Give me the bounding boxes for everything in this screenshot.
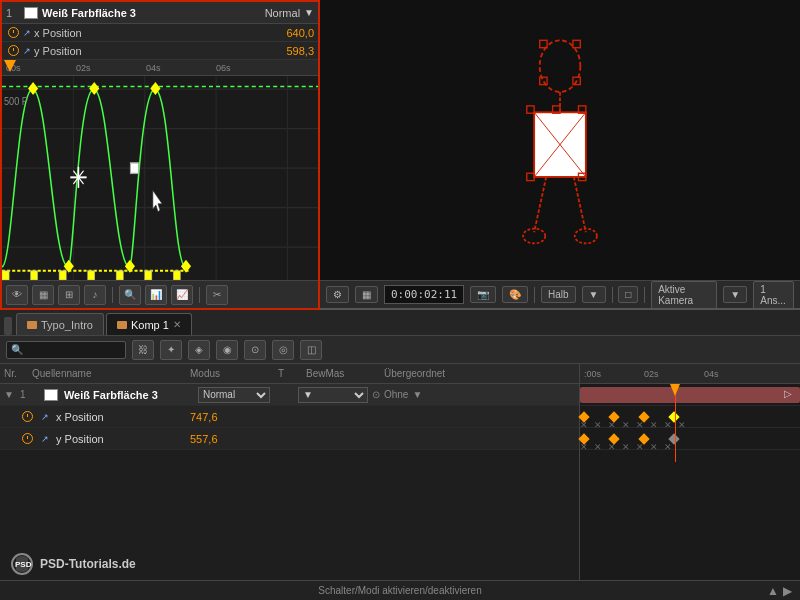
top-section: 1 Weiß Farbfläche 3 Normal ▼ ↗ x Positio… <box>0 0 800 310</box>
layer-name: Weiß Farbfläche 3 <box>42 7 265 19</box>
x-position-value[interactable]: 640,0 <box>274 27 314 39</box>
preview-canvas[interactable] <box>320 0 800 280</box>
logo-text: PSD-Tutorials.de <box>40 557 136 571</box>
uber-label[interactable]: Ohne <box>384 389 408 400</box>
x-position-label: x Position <box>34 27 274 39</box>
logo-area: PSD PSD-Tutorials.de <box>8 552 136 576</box>
layer-list-header: Nr. Quellenname Modus T BewMas Übergeord… <box>0 364 579 384</box>
timeline-render-btn[interactable]: ⊙ <box>244 340 266 360</box>
svg-rect-17 <box>130 163 138 174</box>
time-display[interactable]: 0:00:02:11 <box>384 285 464 304</box>
clipboard-button[interactable]: ▦ <box>32 285 54 305</box>
tl-bewmas-select[interactable]: ▼ <box>298 387 368 403</box>
search-box[interactable]: 🔍 <box>6 341 126 359</box>
expand-icon[interactable]: ▼ <box>4 389 14 400</box>
col-source-label: Quellenname <box>32 368 182 379</box>
audio-button[interactable]: ♪ <box>84 285 106 305</box>
layer-color-swatch <box>24 7 38 19</box>
xmark-y7: ✕ <box>664 442 672 452</box>
timeline-object-btn[interactable]: ◉ <box>216 340 238 360</box>
chart-button[interactable]: 📊 <box>145 285 167 305</box>
layer-dropdown-icon[interactable]: ▼ <box>304 7 314 18</box>
ruler-02s: 02s <box>76 63 91 73</box>
y-position-label: y Position <box>34 45 274 57</box>
graph-canvas[interactable]: 500 P <box>2 76 318 280</box>
tab-close-komp[interactable]: ✕ <box>173 319 181 330</box>
link-icon-layer: ⊙ <box>372 389 380 400</box>
col-mode-label: Modus <box>190 368 270 379</box>
tab-icon-komp <box>117 321 127 329</box>
separator3 <box>644 287 645 303</box>
resolution-select[interactable]: 1 Ans... <box>753 281 794 309</box>
bottom-bar: Schalter/Modi aktivieren/deaktivieren ▲ … <box>0 580 800 600</box>
layer-track-bar <box>580 387 800 403</box>
playhead <box>675 384 676 462</box>
uber-dropdown[interactable]: ▼ <box>412 389 422 400</box>
tl-ypos-name: y Position <box>56 433 186 445</box>
view-options-btn[interactable]: □ <box>618 286 638 303</box>
link-icon-y: ↗ <box>23 46 31 56</box>
timeline-layer-ypos: ↗ y Position 557,6 <box>0 428 579 450</box>
timeline-motion-btn[interactable]: ◫ <box>300 340 322 360</box>
timeline-link-btn[interactable]: ⛓ <box>132 340 154 360</box>
timeline-tracks[interactable]: :00s 02s 04s ✕ <box>580 364 800 580</box>
timeline-star-btn[interactable]: ✦ <box>160 340 182 360</box>
separator <box>534 287 535 303</box>
ruler-04s: 04s <box>146 63 161 73</box>
color-btn[interactable]: 🎨 <box>502 286 528 303</box>
tabs-left-icon <box>4 317 12 335</box>
zoom-button[interactable]: 🔍 <box>119 285 141 305</box>
camera-icon-btn[interactable]: 📷 <box>470 286 496 303</box>
cursor-position: ▷ <box>784 388 792 399</box>
xmark-y3: ✕ <box>608 442 616 452</box>
separator-1 <box>112 287 113 303</box>
separator-2 <box>199 287 200 303</box>
quality-dropdown[interactable]: ▼ <box>582 286 606 303</box>
track-row-ypos: ✕ ✕ ✕ ✕ ✕ ✕ ✕ <box>580 428 800 450</box>
camera-select[interactable]: Aktive Kamera <box>651 281 717 309</box>
grid-button[interactable]: ⊞ <box>58 285 80 305</box>
eye-button[interactable]: 👁 <box>6 285 28 305</box>
tl-xpos-value[interactable]: 747,6 <box>190 411 240 423</box>
scissors-button[interactable]: ✂ <box>206 285 228 305</box>
scroll-right-icon[interactable]: ▶ <box>783 584 792 598</box>
stopwatch-icon-x[interactable] <box>6 26 20 40</box>
timeline-main: Nr. Quellenname Modus T BewMas Übergeord… <box>0 364 800 580</box>
tl-layer-num: 1 <box>20 389 40 400</box>
stopwatch-xpos[interactable] <box>20 410 34 424</box>
x-position-row: ↗ x Position 640,0 <box>2 24 318 42</box>
xmark-y2: ✕ <box>594 442 602 452</box>
y-position-value[interactable]: 598,3 <box>274 45 314 57</box>
tl-mode-select[interactable]: Normal <box>198 387 270 403</box>
tl-ypos-value[interactable]: 557,6 <box>190 433 240 445</box>
camera-dropdown[interactable]: ▼ <box>723 286 747 303</box>
tab-typo-intro[interactable]: Typo_Intro <box>16 313 104 335</box>
tabs-bar: Typo_Intro Komp 1 ✕ <box>0 310 800 336</box>
xmark-y1: ✕ <box>580 442 588 452</box>
link-ypos: ↗ <box>41 434 49 444</box>
preview-resolution-btn[interactable]: ▦ <box>355 286 378 303</box>
svg-rect-24 <box>2 271 9 280</box>
preview-svg <box>460 20 660 260</box>
graph-type-button[interactable]: 📈 <box>171 285 193 305</box>
timeline-shape-btn[interactable]: ◈ <box>188 340 210 360</box>
link-xpos: ↗ <box>41 412 49 422</box>
svg-rect-30 <box>173 271 180 280</box>
tab-komp1[interactable]: Komp 1 ✕ <box>106 313 192 335</box>
xmark-y5: ✕ <box>636 442 644 452</box>
quality-select[interactable]: Halb <box>541 286 576 303</box>
col-t-label: T <box>278 368 298 379</box>
tl-layer-name[interactable]: Weiß Farbfläche 3 <box>64 389 194 401</box>
graph-toolbar: 👁 ▦ ⊞ ♪ 🔍 📊 📈 ✂ <box>2 280 318 308</box>
preview-settings-btn[interactable]: ⚙ <box>326 286 349 303</box>
scroll-up-icon[interactable]: ▲ <box>767 584 779 598</box>
svg-rect-26 <box>59 271 66 280</box>
separator2 <box>612 287 613 303</box>
col-nr-label: Nr. <box>4 368 24 379</box>
stopwatch-ypos[interactable] <box>20 432 34 446</box>
timeline-camera2-btn[interactable]: ◎ <box>272 340 294 360</box>
stopwatch-icon-y[interactable] <box>6 44 20 58</box>
tab-icon-typo <box>27 321 37 329</box>
layer-mode: Normal <box>265 7 300 19</box>
track-ruler-02s: 02s <box>644 369 659 379</box>
